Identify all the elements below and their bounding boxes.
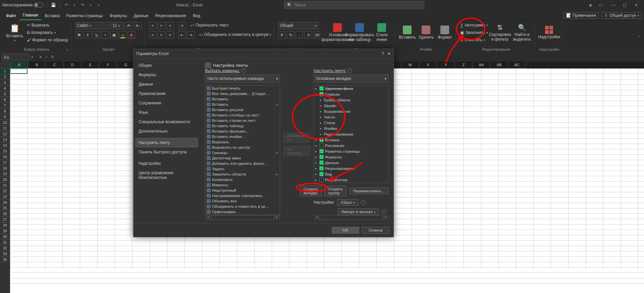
increase-indent-button[interactable]: ⇥ [187,31,195,39]
tree-item[interactable]: ▸Шрифт [314,103,388,108]
row-header[interactable]: 31 [0,240,10,245]
launcher-icon[interactable]: ↘ [66,48,68,51]
comments-button[interactable]: 📝 Примечания [563,12,599,19]
row-header[interactable]: 18 [0,165,10,171]
borders-button[interactable]: ▦ [110,31,118,39]
import-export-button[interactable]: Импорт и экспорт ▾ [338,208,379,215]
tab-view[interactable]: Вид [190,11,204,20]
commands-list[interactable]: Быстрая печатьВсе типы диаграмм… [Создат… [205,85,280,215]
command-item[interactable]: Все типы диаграмм… [Создат… [205,91,280,96]
checkbox[interactable]: ✓ [319,86,324,91]
column-header[interactable]: W [401,61,419,68]
command-item[interactable]: Копировать [205,177,280,182]
italic-button[interactable]: К [84,31,92,39]
font-size-combo[interactable]: 11 [111,22,124,29]
command-item[interactable]: Быстрая печать [205,86,280,91]
column-header[interactable]: G [117,61,135,68]
row-header[interactable]: 1 [0,68,10,74]
copy-button[interactable]: ⧉Копировать ▾ [27,29,68,36]
row-header[interactable]: 26 [0,211,10,217]
decrease-decimal-button[interactable]: .00 [313,31,320,39]
expand-icon[interactable]: ▸ [315,161,318,164]
choose-commands-combo[interactable]: Часто используемые команды [205,75,280,83]
align-center-button[interactable]: ≡ [158,31,165,39]
scroll-left-icon[interactable]: ◂ [206,215,210,220]
cat-data[interactable]: Данные [136,80,198,89]
strike-button[interactable]: ▾ [102,31,109,39]
column-header[interactable]: D [64,61,82,68]
remove-button[interactable]: << Удалить [283,146,310,156]
tree-item[interactable]: ▸Буфер обмена [314,97,388,103]
column-header[interactable]: E [82,61,99,68]
tree-item[interactable]: ▸✓Главная [314,91,388,97]
row-header[interactable]: 28 [0,223,10,228]
align-middle-button[interactable]: ≡ [158,22,165,29]
column-header[interactable]: C [46,61,64,68]
insert-cells-button[interactable]: Вставить [399,22,416,43]
align-right-button[interactable]: ≡ [166,31,174,39]
confirm-edit-icon[interactable]: ✓ [45,55,48,59]
cat-addins[interactable]: Надстройки [136,159,198,168]
expand-icon[interactable]: ▸ [320,110,323,113]
column-header[interactable]: Z [455,61,473,68]
redo-icon[interactable]: ↷ [79,2,86,8]
wrap-text-button[interactable]: ⮐ Переносить текст [191,22,229,29]
tree-item[interactable]: ▸✓Вид [314,171,388,177]
column-header[interactable]: A [10,61,28,68]
row-header[interactable]: 11 [0,126,10,131]
ribbon-options-icon[interactable]: ▭ [598,2,604,8]
tree-item[interactable]: ▸✓Удаление фона [314,86,388,91]
cat-language[interactable]: Язык [136,108,198,117]
column-header[interactable]: B [28,61,46,68]
fx-icon[interactable]: fx [51,55,54,59]
row-header[interactable]: 4 [0,86,10,91]
format-cells-button[interactable]: Формат [436,22,453,43]
column-header[interactable]: AA [473,61,490,68]
column-header[interactable]: Y [437,61,455,68]
expand-icon[interactable]: ▸ [320,98,323,102]
tree-item[interactable]: ▸✓Разметка страницы [314,148,388,154]
column-header[interactable]: X [419,61,437,68]
row-header[interactable]: 30 [0,234,10,240]
search-box[interactable]: 🔍 Поиск [284,1,424,9]
command-item[interactable]: Вставить таблицу [205,123,280,129]
checkbox[interactable]: ✓ [319,160,324,165]
row-header[interactable]: 8 [0,108,10,114]
tab-formulas[interactable]: Формулы [106,11,130,20]
row-header[interactable]: 2 [0,74,10,80]
name-box[interactable] [2,54,30,60]
row-headers[interactable]: 1234567891011121314151617181920212223242… [0,68,10,293]
command-item[interactable]: Границы| ▸ [205,150,280,155]
cancel-button[interactable]: Отмена [362,227,389,234]
tab-review[interactable]: Рецензирование [152,11,190,20]
collapse-ribbon-icon[interactable]: ˄ [638,36,640,39]
tree-item[interactable]: ▸Разработчик [314,177,388,183]
font-color-button[interactable]: А [128,31,135,39]
bold-button[interactable]: Ж [75,31,83,39]
tree-item[interactable]: ▸Редактирование [314,131,388,137]
expand-icon[interactable]: ▸ [315,173,318,176]
column-header[interactable]: F [99,61,117,68]
command-item[interactable]: Надстрочный [205,188,280,193]
tree-item[interactable]: ▸Стили [314,120,388,126]
expand-icon[interactable]: ▸ [315,178,318,182]
row-header[interactable]: 27 [0,217,10,223]
command-item[interactable]: Закрепить области| ▸ [205,172,280,177]
tree-item[interactable]: ▸✓Формулы [314,154,388,160]
command-item[interactable]: Открыть [205,214,280,215]
fill-color-button[interactable]: ◇ [119,31,126,39]
row-header[interactable]: 34 [0,257,10,262]
cat-trust-center[interactable]: Центр управления безопасностью [136,168,198,182]
command-item[interactable]: Настраиваемая сортировка… [205,193,280,198]
number-format-combo[interactable]: Общий [278,22,318,29]
ribbon-tabs-tree[interactable]: ▸✓Удаление фона▸✓Главная▸Буфер обмена▸Шр… [314,85,389,183]
tree-item[interactable]: ▸✓Вставка [314,137,388,143]
row-header[interactable]: 19 [0,171,10,177]
orientation-button[interactable]: ⤭ [178,22,186,29]
command-item[interactable]: Объединить и поместить в це… [205,204,280,209]
tree-item[interactable]: ▸Надстройки [314,183,388,183]
select-all-triangle[interactable] [0,61,10,68]
decrease-indent-button[interactable]: ⇤ [178,31,186,39]
expand-icon[interactable]: ▸ [315,167,318,170]
tab-layout[interactable]: Разметка страницы [63,11,106,20]
